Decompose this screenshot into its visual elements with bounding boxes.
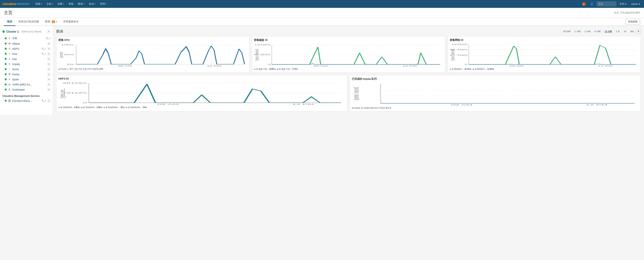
- tab-health-issues[interactable]: 所有运行状况问题: [15, 18, 42, 26]
- nav-diagnostics[interactable]: 诊断 ▾: [56, 0, 66, 8]
- nav-host[interactable]: 主机 ▾: [44, 0, 55, 8]
- sidebar-item-zookeeper[interactable]: Z ZooKeeper ▾: [0, 87, 53, 92]
- chart-cpu-area: 100% 50% 0% percent 09 AM 12 PM: [58, 43, 247, 67]
- service-status-dot: [5, 73, 7, 75]
- service-dropdown-button[interactable]: ▾: [47, 42, 50, 45]
- page-title: 主页: [4, 10, 12, 16]
- svg-text:0: 0: [465, 63, 468, 65]
- brand-logo[interactable]: cloudera MANAGER: [2, 2, 30, 6]
- legend-color: [81, 107, 82, 108]
- time-1d[interactable]: 1 天: [614, 29, 622, 33]
- cluster-header: Cluster 1 (CDH 5.10.2, Parcel) ▾: [0, 29, 53, 34]
- service-status-dot: [5, 58, 7, 60]
- add-cluster-button[interactable]: 添加群集: [626, 19, 640, 24]
- service-status-dot: [5, 89, 7, 90]
- top-navigation: cloudera MANAGER 群集 ▾ 主机 ▾ 诊断 ▾ 审核 图表 ▾ …: [0, 0, 644, 8]
- service-dropdown-button[interactable]: ▾: [47, 57, 50, 60]
- svg-text:09 AM: 09 AM: [314, 65, 328, 67]
- time-6h[interactable]: 6 小时: [593, 29, 602, 33]
- service-dropdown-button[interactable]: ▾: [47, 52, 50, 55]
- nav-qunjie[interactable]: 群集 ▾: [34, 0, 44, 8]
- sidebar-item-hue[interactable]: ♦ Hue ▾: [0, 56, 53, 61]
- time-edit-button[interactable]: ✎: [636, 29, 641, 33]
- chart-cpu-title: 群集 CPU: [58, 38, 247, 42]
- chart-impala-area: queries / second 09 AM 12 PM: [352, 82, 639, 105]
- chevron-down-icon: ▾: [41, 3, 42, 5]
- chevron-down-icon: ▾: [63, 3, 64, 5]
- tab-status[interactable]: 状态: [4, 18, 15, 26]
- nav-admin[interactable]: 管理 ▾: [98, 0, 108, 8]
- service-dropdown-button[interactable]: ▾: [47, 78, 50, 81]
- gift-icon[interactable]: 🎁: [581, 1, 587, 7]
- config-badge: 8: [52, 20, 55, 23]
- wrench-badge: 🔧 1: [42, 47, 46, 50]
- sidebar-item-oozie[interactable]: ○ Oozie ▾: [0, 67, 53, 72]
- nav-audit[interactable]: 审核: [66, 0, 76, 8]
- tab-config[interactable]: 配置 8 ▾: [42, 18, 60, 26]
- service-dropdown-button[interactable]: ▾: [47, 99, 50, 102]
- nav-charts[interactable]: 图表 ▾: [76, 0, 86, 8]
- search-input[interactable]: [596, 1, 616, 6]
- nav-backup[interactable]: 备份 ▾: [87, 0, 98, 8]
- sidebar-item-label: Impala: [12, 63, 46, 66]
- service-dropdown-button[interactable]: ▾: [47, 47, 50, 50]
- time-2h[interactable]: 2 小时: [583, 29, 592, 33]
- support-menu[interactable]: 支持 ▾: [618, 2, 628, 6]
- cluster-name[interactable]: Cluster 1: [6, 30, 19, 33]
- sidebar-item-hdfs[interactable]: ⊕ HDFS 🔧 1 ▾: [0, 46, 53, 51]
- chart-cpu: 群集 CPU 100% 50% 0% percent: [56, 36, 250, 73]
- service-status-dot: [5, 78, 7, 80]
- sidebar-item-yarn[interactable]: ⊞ YARN (MR2 Inc... ▾: [0, 82, 53, 87]
- service-dropdown-button[interactable]: ▾: [47, 63, 50, 66]
- legend-color: [352, 108, 354, 108]
- time-12h[interactable]: 12 小时: [603, 29, 614, 33]
- sidebar-item-sentry[interactable]: ⚑ Sentry ▾: [0, 72, 53, 77]
- chart-disk-title: 群集磁盘 IO: [254, 38, 443, 42]
- time-30min[interactable]: 30 分钟: [562, 29, 572, 33]
- chart-disk-svg: 191M/s 95.4M/s 0 bytes / second 09 AM 12…: [254, 43, 443, 67]
- service-status-dot: [5, 37, 7, 39]
- tab-latest-commands[interactable]: 所有最新命令: [60, 18, 82, 26]
- cluster-version: (CDH 5.10.2, Parcel): [21, 30, 41, 33]
- admin-menu[interactable]: admin ▾: [630, 2, 642, 5]
- chart-network-title: 群集网络 IO: [450, 38, 639, 42]
- service-dropdown-button[interactable]: ▾: [47, 68, 50, 71]
- sidebar-item-impala[interactable]: ↯ Impala ▾: [0, 61, 53, 67]
- service-dropdown-button[interactable]: ▾: [47, 83, 50, 86]
- svg-text:0: 0: [83, 102, 87, 104]
- legend-color: [472, 69, 474, 69]
- svg-text:100%: 100%: [61, 44, 74, 46]
- chevron-down-icon: ▾: [639, 2, 640, 5]
- chevron-down-icon: ▾: [56, 21, 57, 23]
- svg-text:12 PM: 12 PM: [598, 65, 613, 67]
- service-dropdown-button[interactable]: ▾: [47, 73, 50, 76]
- time-1h[interactable]: 1 小时: [573, 29, 582, 33]
- sidebar-item-label: HDFS: [12, 47, 40, 50]
- sidebar-item-label: Hue: [12, 57, 46, 60]
- sidebar-item-label: ZooKeeper: [12, 88, 46, 91]
- chevron-down-icon: ▾: [106, 3, 106, 5]
- service-status-dot: [5, 43, 7, 44]
- sidebar-item-hbase[interactable]: H HBase ▾: [0, 41, 53, 46]
- chart-disk-legend: 各 磁盘 中的... 510K/s 各 磁盘 中的... 3.7K/s: [254, 68, 443, 70]
- chart-impala: 已完成的 Impala 队列 queries / second 09 AM 12…: [350, 75, 641, 112]
- time-7d[interactable]: 7d: [622, 30, 628, 33]
- sidebar-item-cloudera-management[interactable]: C Cloudera Mana... 🔧 2 ▾: [0, 98, 53, 103]
- sentry-icon: ⚑: [8, 73, 11, 76]
- page-time: 今天, 下午12点47分 EDT: [614, 11, 640, 14]
- chart-cpu-svg: 100% 50% 0% percent 09 AM 12 PM: [58, 43, 247, 67]
- time-30d[interactable]: 30d: [629, 30, 635, 33]
- sidebar-item-label: YARN (MR2 Inc...: [12, 83, 46, 86]
- sidebar-item-hosts[interactable]: ≡ 主机 🔧 4: [0, 35, 53, 41]
- cluster-dropdown-button[interactable]: ▾: [47, 30, 50, 33]
- sidebar-item-hive[interactable]: ⊙ Hive 🔧 1 ▾: [0, 51, 53, 56]
- legend-color: [104, 107, 105, 108]
- sidebar-item-spark[interactable]: ✦ Spark ▾: [0, 77, 53, 82]
- impala-icon: ↯: [8, 62, 11, 66]
- svg-text:12 PM: 12 PM: [586, 104, 608, 105]
- service-dropdown-button[interactable]: ▾: [47, 88, 50, 91]
- sidebar-item-label: Sentry: [12, 73, 46, 76]
- svg-text:0: 0: [268, 63, 271, 65]
- svg-text:143M/s: 143M/s: [451, 43, 468, 45]
- user-icon[interactable]: 👤: [589, 1, 595, 7]
